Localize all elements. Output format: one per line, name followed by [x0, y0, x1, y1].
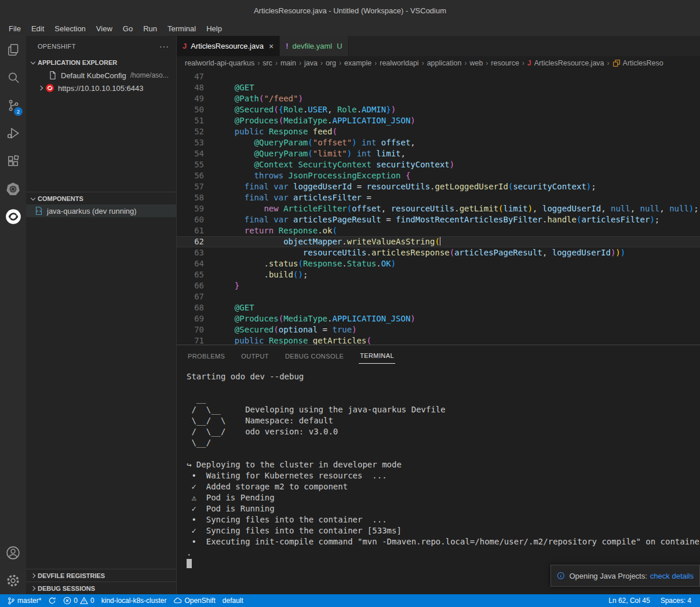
cloud-icon [173, 597, 182, 605]
terminal-line: • Waiting for Kubernetes resources ... [187, 470, 700, 481]
breadcrumb-item[interactable]: realworldapi [380, 59, 418, 67]
source-control-badge: 2 [14, 107, 23, 116]
code-line-63: 63 resourceUtils.articlesResponse(articl… [177, 247, 700, 258]
sidebar-openshift: OPENSHIFT ··· APPLICATION EXPLORER Defau… [26, 36, 177, 594]
menu-selection[interactable]: Selection [49, 23, 90, 35]
menu-view[interactable]: View [91, 23, 118, 35]
terminal-line: / \__ Developing using the java-quarkus … [187, 404, 700, 415]
chevron-right-icon [28, 584, 38, 593]
chevron-right-icon [28, 571, 38, 580]
tab-debug-console[interactable]: DEBUG CONSOLE [284, 348, 345, 364]
activity-run-debug-button[interactable] [0, 119, 26, 147]
menu-terminal[interactable]: Terminal [162, 23, 201, 35]
breadcrumb-item[interactable]: main [280, 59, 296, 67]
git-status-badge: U [337, 42, 342, 50]
problems-status[interactable]: 0 0 [60, 594, 97, 607]
code-line-64: 64 .status(Response.Status.OK) [177, 258, 700, 269]
code-line-67: 67 [177, 291, 700, 302]
activity-search-button[interactable] [0, 64, 26, 92]
tree-item-kubeconfig[interactable]: Default KubeConfig /home/aso... [26, 69, 176, 82]
line-number: 49 [177, 93, 204, 104]
activity-accounts-button[interactable] [0, 539, 26, 566]
code-line-69: 69 @Produces(MediaType.APPLICATION_JSON) [177, 313, 700, 324]
title-bar: ArticlesResource.java - Untitled (Worksp… [0, 0, 700, 21]
sync-status[interactable] [45, 594, 60, 607]
line-number: 60 [177, 214, 204, 225]
notification-toast[interactable]: Opening Java Projects: check details [550, 565, 700, 587]
menu-run[interactable]: Run [138, 23, 162, 35]
activity-settings-button[interactable] [0, 566, 26, 594]
terminal-line: \__/ \ Namespace: default [187, 415, 700, 426]
code-line-55: 55 @Context SecurityContext securityCont… [177, 159, 700, 170]
editor-group: J ArticlesResource.java × ! devfile.yaml… [177, 36, 700, 594]
namespace-status[interactable]: default [219, 594, 247, 607]
close-icon[interactable]: × [269, 42, 274, 51]
line-number: 61 [177, 225, 204, 236]
run-debug-icon [6, 126, 21, 141]
line-number: 68 [177, 302, 204, 313]
section-debug-sessions[interactable]: DEBUG SESSIONS [26, 582, 176, 594]
kube-context-status[interactable]: kind-local-k8s-cluster [98, 594, 170, 607]
chevron-down-icon [28, 194, 38, 203]
sidebar-title: OPENSHIFT [38, 43, 159, 50]
breadcrumb-item[interactable]: resource [491, 59, 519, 67]
menu-help[interactable]: Help [201, 23, 227, 35]
line-number: 51 [177, 115, 204, 126]
terminal-line: ⚠ Pod is Pending [187, 492, 700, 503]
tree-item-component[interactable]: java-quarkus (dev running) [26, 204, 176, 217]
section-components[interactable]: COMPONENTS [26, 192, 176, 204]
breadcrumb-item-class[interactable]: ArticlesReso [612, 59, 663, 67]
section-application-explorer[interactable]: APPLICATION EXPLORER [26, 56, 176, 69]
line-number: 55 [177, 159, 204, 170]
code-line-66: 66 } [177, 280, 700, 291]
line-number: 47 [177, 71, 204, 82]
tab-problems[interactable]: PROBLEMS [187, 348, 226, 364]
more-actions-icon[interactable]: ··· [159, 42, 169, 51]
breadcrumb-item[interactable]: application [427, 59, 462, 67]
sidebar-empty-space [26, 217, 176, 569]
breadcrumb-item[interactable]: realworld-api-quarkus [185, 59, 254, 67]
activity-openshift-button[interactable] [0, 203, 26, 231]
line-number: 56 [177, 170, 204, 181]
activity-explorer-button[interactable] [0, 36, 26, 64]
tab-terminal[interactable]: TERMINAL [359, 347, 395, 364]
terminal[interactable]: Starting odo dev --debug __ / \__ Develo… [177, 365, 700, 594]
tree-item-cluster[interactable]: https://10.10.10.105:6443 [26, 82, 176, 94]
editor-caret [440, 237, 441, 246]
openshift-status[interactable]: OpenShift [170, 594, 218, 607]
code-line-60: 60 final var articlesPageResult = findMo… [177, 214, 700, 225]
terminal-line: ↪ Deploying to the cluster in developer … [187, 459, 700, 470]
files-icon [6, 42, 21, 57]
breadcrumb-item[interactable]: web [469, 59, 483, 67]
breadcrumb-item[interactable]: example [344, 59, 371, 67]
tab-articlesresource-java[interactable]: J ArticlesResource.java × [177, 36, 280, 56]
breadcrumb: realworld-api-quarkus› src› main› java› … [177, 56, 700, 70]
notification-link[interactable]: check details [650, 572, 694, 580]
activity-source-control-button[interactable]: 2 [0, 92, 26, 119]
code-line-70: 70 @Secured(optional = true) [177, 324, 700, 335]
menu-go[interactable]: Go [118, 23, 138, 35]
terminal-line: ✓ Added storage m2 to component [187, 481, 700, 492]
line-number: 69 [177, 313, 204, 324]
indentation-status[interactable]: Spaces: 4 [655, 594, 697, 607]
code-editor[interactable]: 4748 @GET49 @Path("/feed")50 @Secured({R… [177, 70, 700, 345]
breadcrumb-item[interactable]: java [304, 59, 318, 67]
menu-file[interactable]: File [3, 23, 26, 35]
tree-item-description: /home/aso... [130, 71, 169, 79]
section-devfile-registries[interactable]: DEVFILE REGISTRIES [26, 569, 176, 582]
git-branch-status[interactable]: master* [3, 594, 45, 607]
cursor-position-status[interactable]: Ln 62, Col 45 [603, 594, 655, 607]
code-line-56: 56 throws JsonProcessingException { [177, 170, 700, 181]
line-number: 58 [177, 192, 204, 203]
breadcrumb-item[interactable]: src [262, 59, 272, 67]
code-line-51: 51 @Produces(MediaType.APPLICATION_JSON) [177, 115, 700, 126]
line-number: 63 [177, 247, 204, 258]
tab-output[interactable]: OUTPUT [240, 348, 270, 364]
tab-devfile-yaml[interactable]: ! devfile.yaml U [280, 36, 348, 56]
activity-kubernetes-button[interactable] [0, 175, 26, 203]
activity-extensions-button[interactable] [0, 147, 26, 175]
workbench: 2 [0, 36, 700, 594]
breadcrumb-item-file[interactable]: JArticlesResource.java [527, 59, 604, 67]
breadcrumb-item[interactable]: org [326, 59, 336, 67]
menu-edit[interactable]: Edit [26, 23, 49, 35]
